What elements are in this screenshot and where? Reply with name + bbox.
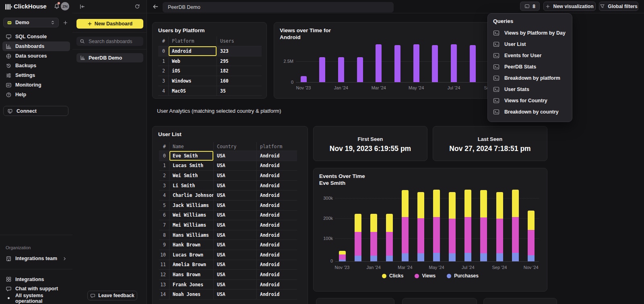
query-item-user-stats[interactable]: User Stats bbox=[488, 84, 572, 95]
table-cell[interactable]: Web bbox=[169, 56, 217, 66]
table-cell[interactable]: 35 bbox=[217, 86, 262, 96]
table-cell[interactable]: USA bbox=[214, 260, 257, 270]
table-cell[interactable]: Android bbox=[257, 290, 297, 300]
queries-count-button[interactable]: 8 bbox=[520, 2, 540, 11]
collapse-panel-button[interactable] bbox=[78, 2, 86, 10]
table-cell[interactable]: 0 bbox=[159, 151, 169, 161]
table-cell[interactable]: Lucas Smith bbox=[169, 161, 214, 171]
table-cell[interactable]: Windows bbox=[169, 76, 217, 86]
table-cell[interactable]: 4 bbox=[158, 86, 169, 96]
table-cell[interactable]: Hans Brown bbox=[169, 270, 214, 280]
table-cell[interactable]: iOS bbox=[169, 66, 217, 76]
global-filters-button[interactable]: Global filters bbox=[599, 2, 638, 11]
footer-item-chat-with-support[interactable]: Chat with support bbox=[2, 284, 70, 294]
table-cell[interactable]: Android bbox=[257, 181, 297, 191]
table-cell[interactable]: 1 bbox=[159, 161, 169, 171]
table-cell[interactable]: Noah Jones bbox=[169, 290, 214, 300]
table-cell[interactable]: 8 bbox=[159, 230, 169, 240]
table-cell[interactable]: 14 bbox=[159, 290, 169, 300]
sidebar-item-backups[interactable]: Backups bbox=[2, 61, 70, 70]
table-cell[interactable]: 323 bbox=[217, 46, 262, 56]
table-cell[interactable]: 11 bbox=[159, 260, 169, 270]
table-cell[interactable]: Eve Smith bbox=[169, 151, 214, 161]
table-cell[interactable]: Wei Williams bbox=[169, 211, 214, 221]
refresh-button[interactable] bbox=[133, 2, 141, 10]
table-cell[interactable]: Jack Williams bbox=[169, 201, 214, 211]
table-cell[interactable]: Android bbox=[257, 230, 297, 240]
table-cell[interactable]: 1 bbox=[158, 56, 169, 66]
query-item-views-for-country[interactable]: Views for Country bbox=[488, 95, 572, 106]
table-cell[interactable]: 3 bbox=[159, 181, 169, 191]
table-cell[interactable]: 10 bbox=[159, 250, 169, 260]
table-cell[interactable]: Android bbox=[169, 46, 217, 56]
table-cell[interactable]: 4 bbox=[159, 190, 169, 201]
table-cell[interactable]: Android bbox=[257, 161, 297, 171]
table-cell[interactable]: USA bbox=[214, 230, 257, 240]
table-cell[interactable]: 295 bbox=[217, 56, 262, 66]
table-cell[interactable]: 13 bbox=[159, 280, 169, 290]
dashboard-list-item[interactable]: PeerDB Demo bbox=[76, 53, 143, 62]
search-input[interactable] bbox=[88, 38, 140, 45]
table-cell[interactable]: Android bbox=[257, 211, 297, 221]
connect-button[interactable]: Connect bbox=[3, 106, 68, 116]
table-cell[interactable]: USA bbox=[214, 270, 257, 280]
query-item-breakdown-by-country[interactable]: Breakdown by country bbox=[488, 106, 572, 118]
sidebar-item-sql-console[interactable]: SQL Console bbox=[2, 32, 70, 41]
table-cell[interactable]: USA bbox=[214, 161, 257, 171]
table-cell[interactable]: Hans Williams bbox=[169, 230, 214, 240]
table-cell[interactable]: 2 bbox=[158, 66, 169, 76]
table-cell[interactable]: Frank Jones bbox=[169, 280, 214, 290]
table-cell[interactable]: Android bbox=[257, 171, 297, 181]
query-item-user-list[interactable]: User List bbox=[488, 39, 572, 50]
table-cell[interactable]: 12 bbox=[159, 270, 169, 280]
back-button[interactable] bbox=[151, 2, 159, 10]
new-visualization-button[interactable]: New visualization bbox=[543, 2, 596, 11]
table-cell[interactable]: 6 bbox=[159, 211, 169, 221]
table-cell[interactable]: Hank Brown bbox=[169, 240, 214, 250]
table-cell[interactable]: 0 bbox=[158, 46, 169, 56]
table-cell[interactable]: 5 bbox=[159, 201, 169, 211]
table-cell[interactable]: MacOS bbox=[169, 86, 217, 96]
query-item-views-by-platform-by-day[interactable]: Views by Platform by Day bbox=[488, 27, 572, 39]
sidebar-item-help[interactable]: Help bbox=[2, 90, 70, 99]
table-cell[interactable]: Android bbox=[257, 270, 297, 280]
table-cell[interactable]: Android bbox=[257, 240, 297, 250]
table-cell[interactable]: Charlie Johnson bbox=[169, 190, 214, 201]
table-cell[interactable]: Android bbox=[257, 260, 297, 270]
table-cell[interactable]: USA bbox=[214, 250, 257, 260]
query-item-breakdown-by-platform[interactable]: Breakdown by platform bbox=[488, 72, 572, 84]
footer-item-integrations[interactable]: Integrations bbox=[2, 275, 70, 284]
table-cell[interactable]: Li Smith bbox=[169, 181, 214, 191]
sidebar-item-settings[interactable]: Settings bbox=[2, 70, 70, 80]
table-cell[interactable]: 3 bbox=[158, 76, 169, 86]
table-cell[interactable]: Android bbox=[257, 151, 297, 161]
table-cell[interactable]: 2 bbox=[159, 171, 169, 181]
table-cell[interactable]: Lucas Brown bbox=[169, 250, 214, 260]
table-cell[interactable]: 9 bbox=[159, 240, 169, 250]
query-item-events-for-user[interactable]: Events for User bbox=[488, 50, 572, 61]
leave-feedback-button[interactable]: Leave feedback bbox=[87, 291, 137, 300]
table-cell[interactable]: Wei Smith bbox=[169, 171, 214, 181]
table-cell[interactable]: Amelia Brown bbox=[169, 260, 214, 270]
add-service-button[interactable] bbox=[61, 19, 69, 27]
table-cell[interactable]: Android bbox=[257, 280, 297, 290]
table-cell[interactable]: Android bbox=[257, 220, 297, 230]
sidebar-item-integrations-team[interactable]: Integrations team bbox=[2, 254, 70, 263]
table-cell[interactable]: 7 bbox=[159, 220, 169, 230]
service-selector[interactable]: Demo bbox=[3, 18, 59, 27]
table-cell[interactable]: USA bbox=[214, 171, 257, 181]
table-cell[interactable]: USA bbox=[214, 151, 257, 161]
table-cell[interactable]: Android bbox=[257, 250, 297, 260]
table-cell[interactable]: USA bbox=[214, 211, 257, 221]
dashboard-search[interactable] bbox=[76, 37, 143, 46]
table-cell[interactable]: USA bbox=[214, 181, 257, 191]
sidebar-item-monitoring[interactable]: Monitoring bbox=[2, 80, 70, 90]
table-cell[interactable]: USA bbox=[214, 190, 257, 201]
avatar[interactable]: ZN bbox=[61, 2, 69, 10]
query-item-peerdb-stats[interactable]: PeerDB Stats bbox=[488, 61, 572, 72]
table-cell[interactable]: USA bbox=[214, 220, 257, 230]
table-cell[interactable]: Android bbox=[257, 201, 297, 211]
table-cell[interactable]: USA bbox=[214, 201, 257, 211]
table-cell[interactable]: Mei Williams bbox=[169, 220, 214, 230]
table-cell[interactable]: USA bbox=[214, 240, 257, 250]
